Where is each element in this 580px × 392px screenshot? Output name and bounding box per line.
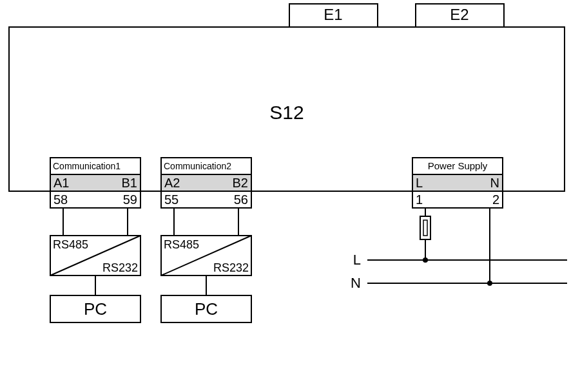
power-nn-num: 2 (492, 192, 499, 207)
power-title: Power Supply (428, 160, 488, 171)
comm1-a: A1 (53, 176, 69, 190)
label-e1: E1 (324, 6, 342, 23)
comm2-a: A2 (164, 176, 180, 190)
comm2-bn: 56 (234, 192, 248, 207)
comm1-bn: 59 (123, 192, 137, 207)
comm2-an: 55 (164, 192, 179, 207)
power-ln-num: 1 (416, 192, 423, 207)
comm1-b: B1 (122, 176, 137, 190)
fuse-inner (423, 220, 427, 236)
bus-l-label: L (353, 252, 361, 268)
comm2-pc: PC (195, 299, 218, 319)
power-ln-row (412, 174, 503, 191)
comm2-conv-top: RS485 (164, 238, 199, 251)
comm2-conv-bot: RS232 (213, 261, 249, 274)
comm2-title: Communication2 (164, 161, 231, 171)
power-n: N (490, 176, 499, 190)
comm1-an: 58 (53, 192, 68, 207)
comm1-title: Communication1 (53, 161, 121, 171)
wiring-diagram: E1 E2 S12 Communication1 A1 B1 58 59 RS4… (0, 0, 580, 392)
comm2-b: B2 (233, 176, 248, 190)
comm1-pc: PC (84, 299, 107, 319)
power-num-row (412, 191, 503, 208)
label-e2: E2 (450, 6, 469, 23)
main-title: S12 (269, 102, 304, 123)
bus-n-label: N (351, 275, 361, 291)
comm1-conv-top: RS485 (53, 238, 88, 251)
comm1-conv-bot: RS232 (102, 261, 138, 274)
power-l: L (416, 176, 423, 190)
